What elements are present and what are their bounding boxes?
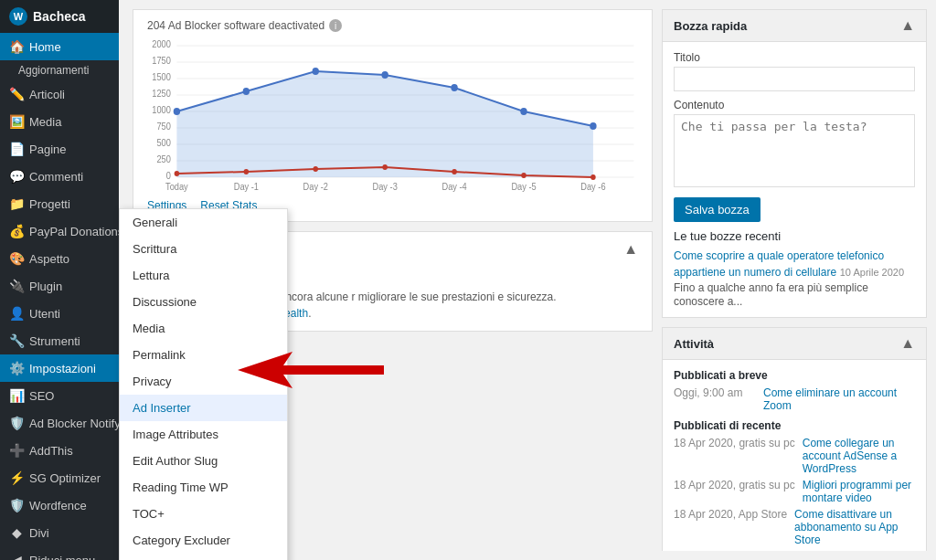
dropdown-scrittura[interactable]: Scrittura [120,236,287,262]
sg-optimizer-icon: ⚡ [9,470,24,485]
sidebar-item-impostazioni[interactable]: ⚙️ Impostazioni [0,354,119,382]
sidebar-item-aggiornamenti[interactable]: Aggiornamenti [0,60,119,80]
chart-graph: 2000 1750 1500 1250 1000 750 500 250 0 [147,37,638,192]
sidebar-item-ad-blocker[interactable]: 🛡️ Ad Blocker Notify [0,409,119,437]
sidebar: W Bacheca 🏠 Home Aggiornamenti ✏️ Artico… [0,0,119,560]
svg-text:Day -1: Day -1 [234,182,259,192]
quick-draft-body: Titolo Contenuto Salva bozza Le tue bozz… [663,42,926,317]
chart-card: 204 Ad Blocker software deactivated i 20… [133,9,653,222]
seo-icon: 📊 [9,388,24,403]
svg-point-30 [382,164,388,170]
dropdown-discussione[interactable]: Discussione [120,289,287,315]
recent-link-3[interactable]: Come disattivare un abbonamento su Googl… [806,550,915,551]
content-textarea[interactable] [674,114,915,187]
draft1-date: 10 Aprile 2020 [840,267,904,278]
save-draft-button[interactable]: Salva bozza [674,197,760,222]
sidebar-item-addthis[interactable]: ➕ AddThis [0,437,119,464]
sidebar-item-articoli[interactable]: ✏️ Articoli [0,80,119,108]
dropdown-lettura[interactable]: Lettura [120,262,287,289]
dropdown-reading-time[interactable]: Reading Time WP [120,474,287,501]
pagine-icon: 📄 [9,142,24,156]
chart-info-icon: i [329,19,342,32]
svg-text:Day -5: Day -5 [511,182,536,192]
commenti-icon: 💬 [9,169,24,184]
dropdown-generali[interactable]: Generali [120,209,287,236]
activity-widget: Attività ▲ Pubblicati a breve Oggi, 9:00… [662,327,927,551]
svg-text:Today: Today [165,182,188,192]
activity-collapse[interactable]: ▲ [900,335,915,352]
svg-point-32 [521,173,526,178]
sidebar-item-strumenti[interactable]: 🔧 Strumenti [0,327,119,354]
sidebar-item-aspetto[interactable]: 🎨 Aspetto [0,245,119,272]
svg-point-23 [381,71,388,79]
recent-drafts-label: Le tue bozze recenti [674,229,915,243]
recent-link-1[interactable]: Migliori programmi per montare video [803,479,915,504]
svg-text:500: 500 [156,138,170,148]
draft-item-1: Come scoprire a quale operatore telefoni… [674,248,915,308]
svg-text:1250: 1250 [152,89,171,99]
recent-link-2[interactable]: Come disattivare un abbonamento su App S… [794,508,915,546]
sidebar-item-sg-optimizer[interactable]: ⚡ SG Optimizer [0,464,119,491]
right-panel: Bozza rapida ▲ Titolo Contenuto Salva bo… [653,9,927,551]
dropdown-edit-author-slug[interactable]: Edit Author Slug [120,448,287,474]
recent-date-2: 18 Apr 2020, App Store [674,508,787,546]
activity-recent-row-2: 18 Apr 2020, App Store Come disattivare … [674,508,915,546]
sidebar-item-media[interactable]: 🖼️ Media [0,108,119,135]
dropdown-category-excluder[interactable]: Category Excluder [120,527,287,554]
svg-text:Day -6: Day -6 [580,182,605,192]
published-soon-section: Pubblicati a breve Oggi, 9:00 am Come el… [674,369,915,412]
ad-blocker-icon: 🛡️ [9,416,24,430]
aspetto-icon: 🎨 [9,251,24,266]
sidebar-item-commenti[interactable]: 💬 Commenti [0,163,119,190]
sidebar-item-seo[interactable]: 📊 SEO [0,382,119,409]
activity-soon-row-0: Oggi, 9:00 am Come eliminare un account … [674,386,915,412]
home-icon: 🏠 [9,39,24,54]
dropdown-toc[interactable]: TOC+ [120,501,287,527]
sidebar-item-home[interactable]: 🏠 Home [0,33,119,60]
svg-text:0: 0 [166,171,171,181]
published-recent-label: Pubblicati di recente [674,419,915,432]
addthis-icon: ➕ [9,443,24,458]
activity-header: Attività ▲ [663,328,926,360]
svg-point-21 [243,88,250,95]
riduci-icon: ◀ [9,553,24,560]
dropdown-privacy[interactable]: Privacy [120,368,287,395]
articoli-icon: ✏️ [9,87,24,101]
svg-text:1750: 1750 [152,56,171,66]
sidebar-item-riduci[interactable]: ◀ Riduci menu [0,546,119,560]
sidebar-item-wordfence[interactable]: 🛡️ Wordfence [0,491,119,519]
dropdown-media[interactable]: Media [120,315,287,342]
sidebar-item-paypal[interactable]: 💰 PayPal Donations [0,217,119,245]
title-input[interactable] [674,67,915,91]
sidebar-item-progetti[interactable]: 📁 Progetti [0,190,119,217]
quick-draft-widget: Bozza rapida ▲ Titolo Contenuto Salva bo… [662,9,927,318]
divi-icon: ◆ [9,525,24,540]
activity-recent-row-0: 18 Apr 2020, gratis su pc Come collegare… [674,437,915,475]
plugin-icon: 🔌 [9,279,24,293]
activity-title: Attività [674,337,714,351]
health-collapse-btn[interactable]: ▲ [623,241,638,258]
quick-draft-header: Bozza rapida ▲ [663,10,926,42]
dropdown-image-attributes[interactable]: Image Attributes [120,421,287,448]
activity-recent-row-3: 18 Apr 2020, Google Play Come disattivar… [674,550,915,551]
recent-link-0[interactable]: Come collegare un account AdSense a Word… [803,437,915,475]
svg-point-28 [244,169,250,174]
svg-text:Day -3: Day -3 [373,182,398,192]
sidebar-item-plugin[interactable]: 🔌 Plugin [0,272,119,300]
recent-date-3: 18 Apr 2020, Google Play [674,550,799,551]
dropdown-permalink[interactable]: Permalink [120,342,287,368]
sidebar-item-divi[interactable]: ◆ Divi [0,519,119,546]
quick-draft-collapse[interactable]: ▲ [900,17,915,34]
progetti-icon: 📁 [9,196,24,211]
svg-text:Day -4: Day -4 [441,182,467,192]
content-label: Contenuto [674,99,915,111]
recent-date-0: 18 Apr 2020, gratis su pc [674,437,795,475]
sidebar-item-utenti[interactable]: 👤 Utenti [0,300,119,327]
dropdown-ad-inserter[interactable]: Ad Inserter [120,395,287,421]
recent-date-1: 18 Apr 2020, gratis su pc [674,479,795,504]
dropdown-wp-meta[interactable]: WP Meta and Date Remover [120,554,287,560]
soon-link-0[interactable]: Come eliminare un account Zoom [763,386,915,412]
svg-text:1500: 1500 [152,72,171,82]
title-label: Titolo [674,51,915,64]
sidebar-item-pagine[interactable]: 📄 Pagine [0,135,119,163]
